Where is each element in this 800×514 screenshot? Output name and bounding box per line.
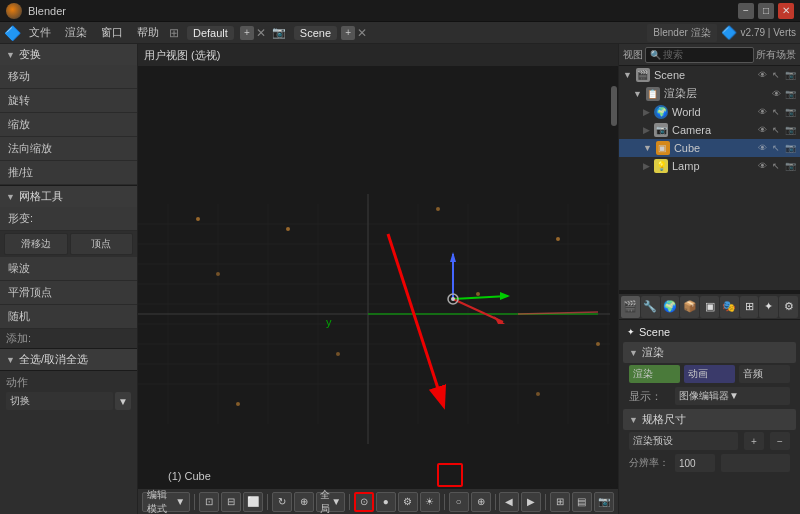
vp-btn-grid[interactable]: ⊞ <box>550 492 570 512</box>
vp-btn-solid[interactable]: ● <box>376 492 396 512</box>
vp-btn-vertex-select[interactable]: ⊡ <box>199 492 219 512</box>
vp-btn-xray[interactable]: ⊙ <box>354 492 374 512</box>
render-section-header[interactable]: ▼ 渲染 <box>623 342 796 363</box>
btn-slide-edge[interactable]: 滑移边 <box>4 233 68 255</box>
props-tab-render[interactable]: 🎬 <box>621 296 640 318</box>
camera-eye[interactable]: 👁 <box>756 124 768 136</box>
cube-eye[interactable]: 👁 <box>756 142 768 154</box>
render-icon[interactable]: 📷 <box>784 69 796 81</box>
viewport-scrollbar[interactable] <box>610 66 618 488</box>
add-workspace-button[interactable]: + <box>240 26 254 40</box>
vp-btn-edge-select[interactable]: ⊟ <box>221 492 241 512</box>
vp-btn-camera[interactable]: 📷 <box>594 492 614 512</box>
engine-label[interactable]: Blender 渲染 <box>647 24 716 42</box>
props-tab-object[interactable]: 📦 <box>680 296 699 318</box>
camera-cursor[interactable]: ↖ <box>770 124 782 136</box>
maximize-button[interactable]: □ <box>758 3 774 19</box>
lamp-eye[interactable]: 👁 <box>756 160 768 172</box>
menu-window[interactable]: 窗口 <box>95 23 129 42</box>
tool-scale[interactable]: 缩放 <box>0 113 137 137</box>
vp-btn-back[interactable]: ◀ <box>499 492 519 512</box>
close-scene-icon[interactable]: ✕ <box>357 26 367 40</box>
render-button[interactable]: 渲染 <box>629 365 680 383</box>
layer-eye[interactable]: 👁 <box>770 88 782 100</box>
select-header[interactable]: ▼ 全选/取消全选 <box>0 349 137 370</box>
vp-btn-material[interactable]: ⚙ <box>398 492 418 512</box>
mode-selector[interactable]: 编辑模式 ▼ <box>142 492 190 512</box>
preset-menu-btn[interactable]: − <box>770 432 790 450</box>
outliner-item-lamp[interactable]: ▶ 💡 Lamp 👁 ↖ 📷 <box>619 157 800 175</box>
vp-btn-global[interactable]: 全局 ▼ <box>316 492 346 512</box>
scene-selector[interactable]: Scene <box>294 26 337 40</box>
vp-btn-list[interactable]: ▤ <box>572 492 592 512</box>
outliner-item-camera[interactable]: ▶ 📷 Camera 👁 ↖ 📷 <box>619 121 800 139</box>
display-value[interactable]: 图像编辑器▼ <box>675 387 790 405</box>
switch-arrow[interactable]: ▼ <box>115 392 131 410</box>
outliner-item-cube[interactable]: ▼ ▣ Cube 👁 ↖ 📷 <box>619 139 800 157</box>
preset-add-btn[interactable]: + <box>744 432 764 450</box>
props-tab-particles[interactable]: ✦ <box>759 296 778 318</box>
res-y[interactable] <box>721 454 790 472</box>
vp-btn-rotate[interactable]: ↻ <box>272 492 292 512</box>
eye-icon[interactable]: 👁 <box>756 69 768 81</box>
vp-btn-fwd[interactable]: ▶ <box>521 492 541 512</box>
vp-btn-face-select[interactable]: ⬜ <box>243 492 263 512</box>
cube-cursor[interactable]: ↖ <box>770 142 782 154</box>
lamp-cursor[interactable]: ↖ <box>770 160 782 172</box>
res-x[interactable]: 100 <box>675 454 715 472</box>
props-tab-physics[interactable]: ⚙ <box>779 296 798 318</box>
animation-button[interactable]: 动画 <box>684 365 735 383</box>
tool-move[interactable]: 移动 <box>0 65 137 89</box>
props-tab-world[interactable]: 🌍 <box>661 296 680 318</box>
outliner-item-layer[interactable]: ▼ 📋 渲染层 👁 📷 <box>619 84 800 103</box>
vp-btn-snap[interactable]: ⊕ <box>294 492 314 512</box>
workspace-selector[interactable]: Default <box>187 26 234 40</box>
props-tab-texture[interactable]: ⊞ <box>740 296 759 318</box>
switch-field[interactable]: 切换 <box>6 392 113 410</box>
tool-push-pull[interactable]: 推/拉 <box>0 161 137 185</box>
props-tab-material[interactable]: 🎭 <box>720 296 739 318</box>
viewport-header: 用户视图 (选视) <box>138 44 618 66</box>
lamp-render[interactable]: 📷 <box>784 160 796 172</box>
viewport[interactable]: 用户视图 (选视) <box>138 44 618 514</box>
select-label: 全选/取消全选 <box>19 352 88 367</box>
layer-render[interactable]: 📷 <box>784 88 796 100</box>
tool-smooth-vertex[interactable]: 平滑顶点 <box>0 281 137 305</box>
resolution-header[interactable]: ▼ 规格尺寸 <box>623 409 796 430</box>
close-button[interactable]: ✕ <box>778 3 794 19</box>
tool-deform[interactable]: 形变: <box>0 207 137 231</box>
cursor-icon[interactable]: ↖ <box>770 69 782 81</box>
scrollbar-thumb[interactable] <box>611 86 617 126</box>
tool-rotate[interactable]: 旋转 <box>0 89 137 113</box>
add-scene-button[interactable]: + <box>341 26 355 40</box>
outliner-item-scene[interactable]: ▼ 🎬 Scene 👁 ↖ 📷 <box>619 66 800 84</box>
world-cursor[interactable]: ↖ <box>770 106 782 118</box>
world-render[interactable]: 📷 <box>784 106 796 118</box>
menu-file[interactable]: 文件 <box>23 23 57 42</box>
svg-point-28 <box>476 292 480 296</box>
tool-random[interactable]: 随机 <box>0 305 137 329</box>
mesh-tools-header[interactable]: ▼ 网格工具 <box>0 186 137 207</box>
btn-vertex[interactable]: 顶点 <box>70 233 134 255</box>
transform-header[interactable]: ▼ 变换 <box>0 44 137 65</box>
camera-render[interactable]: 📷 <box>784 124 796 136</box>
search-box[interactable]: 🔍 搜索 <box>645 47 754 63</box>
audio-button[interactable]: 音频 <box>739 365 790 383</box>
menu-help[interactable]: 帮助 <box>131 23 165 42</box>
props-tab-scene[interactable]: 🔧 <box>641 296 660 318</box>
close-workspace-icon[interactable]: ✕ <box>256 26 266 40</box>
tool-noise[interactable]: 噪波 <box>0 257 137 281</box>
svg-point-41 <box>451 297 455 301</box>
all-scenes-label[interactable]: 所有场景 <box>756 48 796 62</box>
preset-value[interactable]: 渲染预设 <box>629 432 738 450</box>
menu-render[interactable]: 渲染 <box>59 23 93 42</box>
minimize-button[interactable]: − <box>738 3 754 19</box>
world-eye[interactable]: 👁 <box>756 106 768 118</box>
tool-normal-scale[interactable]: 法向缩放 <box>0 137 137 161</box>
props-tab-mesh[interactable]: ▣ <box>700 296 719 318</box>
outliner-item-world[interactable]: ▶ 🌍 World 👁 ↖ 📷 <box>619 103 800 121</box>
vp-btn-pv1[interactable]: ○ <box>449 492 469 512</box>
vp-btn-pv2[interactable]: ⊕ <box>471 492 491 512</box>
cube-render[interactable]: 📷 <box>784 142 796 154</box>
vp-btn-render[interactable]: ☀ <box>420 492 440 512</box>
